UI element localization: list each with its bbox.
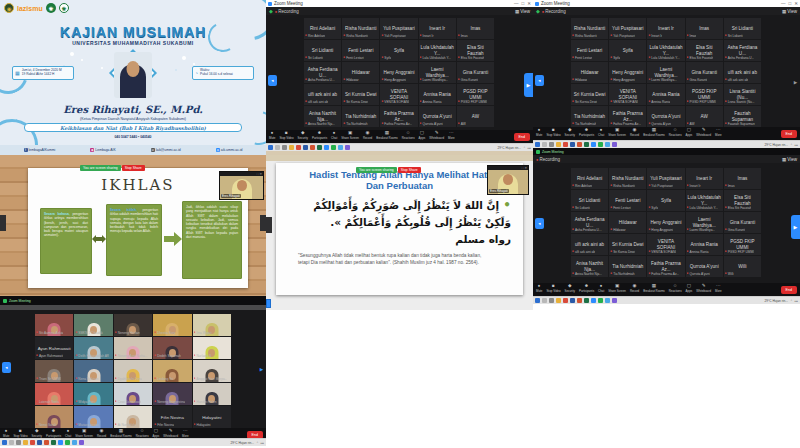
- record-button[interactable]: ◉Record: [97, 429, 106, 438]
- participant-tile[interactable]: AW ●AW: [457, 106, 494, 127]
- video-tile[interactable]: Triani Sri UMMI ●Triani Sri UMMI: [35, 360, 73, 382]
- chrome-icon[interactable]: [296, 145, 301, 150]
- apps-button[interactable]: ▢Apps: [686, 284, 693, 293]
- next-page-arrow[interactable]: ▶: [257, 364, 266, 374]
- participant-tile[interactable]: Rini Adeliani ●Rini Adeliani: [571, 168, 608, 189]
- explorer-icon[interactable]: [23, 440, 28, 445]
- next-page-arrow[interactable]: ▶: [791, 77, 800, 87]
- more-button[interactable]: ⋯More: [715, 284, 722, 293]
- search-icon[interactable]: [275, 145, 280, 150]
- participant-tile[interactable]: Syifa ●Syifa: [609, 40, 646, 61]
- participant-tile[interactable]: Yuli Puspitasari ●Yuli Puspitasari: [609, 18, 646, 39]
- powerpoint-icon[interactable]: [577, 298, 582, 303]
- participant-tile[interactable]: Heny Anggraini ●Heny Anggraini: [380, 62, 417, 83]
- chat-button[interactable]: ●Chat: [331, 131, 337, 140]
- participants-button[interactable]: ☻Participants: [579, 128, 594, 137]
- participant-tile[interactable]: AW ●AW: [686, 106, 723, 127]
- participants-button[interactable]: ☻Participants: [312, 131, 327, 140]
- excel-icon[interactable]: [317, 145, 322, 150]
- video-tile[interactable]: Ima Wigati ●Ima Wigati: [193, 314, 231, 336]
- participant-tile[interactable]: Elsa Siti Fauziah ●Elsa Siti Fauziah: [724, 190, 761, 211]
- participant-tile[interactable]: Anisa Nazthit Nja... ●Anisa Nazthit Nja.…: [571, 256, 608, 277]
- powerpoint-icon[interactable]: [310, 145, 315, 150]
- security-button[interactable]: ◆Security: [565, 128, 575, 137]
- taskview-icon[interactable]: [282, 145, 287, 150]
- video-tile[interactable]: Dedeh Sayamah ●Dedeh Sayamah: [153, 337, 191, 359]
- more-button[interactable]: ⋯More: [182, 429, 189, 438]
- participant-tile[interactable]: Sri Lidianti ●Sri Lidianti: [304, 40, 341, 61]
- end-meeting-button[interactable]: End: [781, 286, 797, 294]
- view-button[interactable]: ▦View: [782, 157, 797, 162]
- mail-icon[interactable]: [338, 145, 343, 150]
- participant-tile[interactable]: Syifa ●Syifa: [380, 40, 417, 61]
- breakout-rooms-button[interactable]: ▦Breakout Rooms: [643, 128, 665, 137]
- zoom-icon[interactable]: [58, 440, 63, 445]
- video-tile[interactable]: Lindang Sri ●Lindang Sri: [153, 360, 191, 382]
- video-tile[interactable]: Ai Nurfatifah ●Ai Nurfatifah: [114, 406, 152, 428]
- participant-tile[interactable]: Qurrota A'yuni ●Qurrota A'yuni: [686, 256, 723, 277]
- maximize-button[interactable]: □: [522, 1, 525, 6]
- view-button[interactable]: ▦View: [782, 9, 797, 14]
- whatsapp-icon[interactable]: [331, 145, 336, 150]
- word-icon[interactable]: [570, 142, 575, 147]
- participant-tile[interactable]: Laemi Wardhiya... ●Laemi Wardhiya...: [686, 212, 723, 233]
- word-icon[interactable]: [303, 145, 308, 150]
- participant-tile[interactable]: Annisa Rania ●Annisa Rania: [419, 84, 456, 105]
- whatsapp-icon[interactable]: [598, 142, 603, 147]
- participant-tile[interactable]: Sri Lidianti ●Sri Lidianti: [571, 190, 608, 211]
- video-tile[interactable]: Nena Syilviani ●Nena Syilviani: [74, 360, 112, 382]
- participant-tile[interactable]: Annisa Rania ●Annisa Rania: [647, 84, 684, 105]
- participant-tile[interactable]: Risha Nurdianti ●Risha Nurdianti: [342, 18, 379, 39]
- video-tile[interactable]: Neneng Aan Nurha... ●Neneng Aan Nurha...: [114, 337, 152, 359]
- video-tile[interactable]: SMKN 1 Cibadak ●SMKN 1 Cibadak: [74, 314, 112, 336]
- participant-tile[interactable]: Laemi Wardhiya... ●Laemi Wardhiya...: [647, 62, 684, 83]
- explorer-icon[interactable]: [289, 145, 294, 150]
- search-icon[interactable]: [9, 440, 14, 445]
- participant-tile[interactable]: Laemi Wardhiya... ●Laemi Wardhiya...: [419, 62, 456, 83]
- chat-button[interactable]: ●Chat: [598, 284, 604, 293]
- powerpoint-icon[interactable]: [577, 142, 582, 147]
- video-tile[interactable]: Siti Aamina Azkia ●Siti Aamina Azkia: [35, 314, 73, 336]
- minimize-button[interactable]: —: [514, 1, 519, 6]
- apps-button[interactable]: ▢Apps: [686, 128, 693, 137]
- whatsapp-icon[interactable]: [65, 440, 70, 445]
- record-button[interactable]: ◉Record: [363, 131, 372, 140]
- security-button[interactable]: ◆Security: [298, 131, 308, 140]
- video-tile[interactable]: Widya Putri ●Widya Putri: [74, 383, 112, 405]
- participant-tile[interactable]: Lisna Siantiti (Nu... ●Lisna Siantiti (N…: [724, 84, 761, 105]
- participant-tile[interactable]: Sri Lidianti ●Sri Lidianti: [724, 18, 761, 39]
- start-icon[interactable]: [535, 142, 540, 147]
- participant-tile[interactable]: Willi ●Willi: [724, 256, 761, 277]
- chrome-icon[interactable]: [563, 298, 568, 303]
- breakout-rooms-button[interactable]: ▦Breakout Rooms: [376, 131, 398, 140]
- participant-tile[interactable]: Hildawar ●Hildawar: [609, 212, 646, 233]
- zoom-icon[interactable]: [324, 145, 329, 150]
- participant-tile[interactable]: Hildawar ●Hildawar: [571, 62, 608, 83]
- speaker-webcam[interactable]: □✕ Eres Rihayati: [487, 165, 529, 195]
- participant-tile[interactable]: Annisa Rania ●Annisa Rania: [686, 234, 723, 255]
- search-icon[interactable]: [542, 298, 547, 303]
- participant-tile[interactable]: Gina Kuranti ●Gina Kuranti: [686, 62, 723, 83]
- participant-tile[interactable]: Yuli Puspitasari ●Yuli Puspitasari: [380, 18, 417, 39]
- participant-tile[interactable]: ulfi azk aini ab ●ulfi azk aini ab: [571, 234, 608, 255]
- video-tile[interactable]: Dhestia Sury ●Dhestia Sury: [153, 314, 191, 336]
- participant-tile[interactable]: PGSD FKIP UMMI ●PGSD FKIP UMMI: [686, 84, 723, 105]
- participant-tile[interactable]: Lula Ukhdatulah Y... ●Lula Ukhdatulah Y.…: [686, 190, 723, 211]
- video-tile[interactable]: Nensi Sarah ●Nensi Sarah: [35, 406, 73, 428]
- record-button[interactable]: ◉Record: [630, 284, 639, 293]
- search-icon[interactable]: [542, 142, 547, 147]
- reactions-button[interactable]: ☺Reactions: [136, 429, 149, 438]
- chrome-icon[interactable]: [30, 440, 35, 445]
- video-tile[interactable]: Anggiat Nian Marpa... ●Anggiat Nian Marp…: [193, 360, 231, 382]
- video-tile[interactable]: Neneng Herlian ●Neneng Herlian: [114, 314, 152, 336]
- participant-tile[interactable]: Heny Anggraini ●Heny Anggraini: [609, 62, 646, 83]
- minimize-button[interactable]: —: [781, 1, 786, 6]
- participant-tile[interactable]: PGSD FKIP UMMI ●PGSD FKIP UMMI: [724, 234, 761, 255]
- system-tray[interactable]: 29°C Hujan rin...⌃▪▪▪: [765, 143, 798, 147]
- stop-share-button[interactable]: Stop Share: [122, 165, 145, 171]
- taskview-icon[interactable]: [16, 440, 21, 445]
- join-audio-button[interactable]: ◂: [2, 362, 11, 373]
- share-screen-button[interactable]: ▣Share Screen: [608, 284, 626, 293]
- next-page-arrow[interactable]: ▶: [791, 215, 800, 239]
- video-tile[interactable]: Latenah Serta ●Latenah Serta: [35, 383, 73, 405]
